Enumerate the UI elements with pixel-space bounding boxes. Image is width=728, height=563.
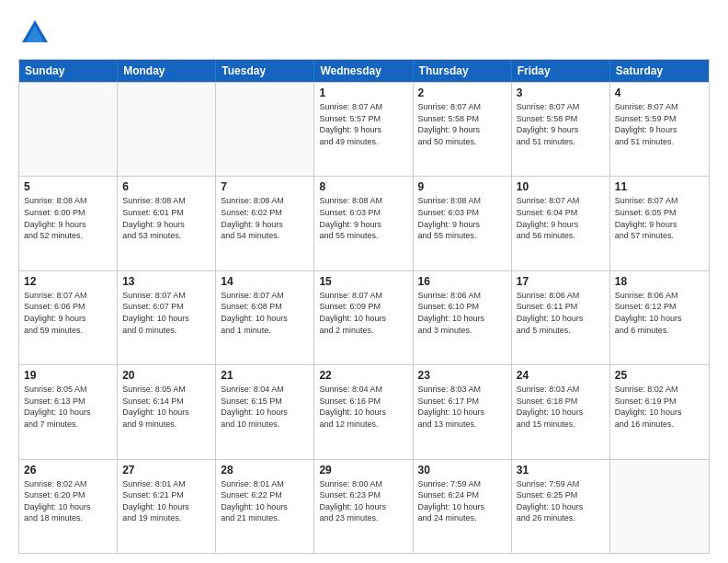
day-number: 15 — [319, 275, 407, 288]
day-info: Sunrise: 8:07 AM Sunset: 6:06 PM Dayligh… — [24, 290, 112, 336]
day-info: Sunrise: 8:03 AM Sunset: 6:18 PM Dayligh… — [517, 384, 605, 430]
day-number: 9 — [418, 180, 506, 193]
day-number: 12 — [24, 275, 112, 288]
cal-cell: 13Sunrise: 8:07 AM Sunset: 6:07 PM Dayli… — [118, 271, 216, 364]
day-number: 4 — [615, 86, 704, 99]
day-info: Sunrise: 8:04 AM Sunset: 6:15 PM Dayligh… — [221, 384, 309, 430]
day-number: 5 — [24, 180, 112, 193]
cal-cell — [216, 83, 314, 176]
day-number: 17 — [517, 275, 605, 288]
header — [18, 17, 710, 50]
day-number: 18 — [615, 275, 704, 288]
day-info: Sunrise: 8:00 AM Sunset: 6:23 PM Dayligh… — [319, 478, 407, 524]
cal-cell: 11Sunrise: 8:07 AM Sunset: 6:05 PM Dayli… — [610, 177, 709, 270]
cal-cell — [118, 83, 216, 176]
day-number: 14 — [221, 275, 309, 288]
cal-cell: 1Sunrise: 8:07 AM Sunset: 5:57 PM Daylig… — [314, 83, 413, 176]
cal-cell: 23Sunrise: 8:03 AM Sunset: 6:17 PM Dayli… — [414, 365, 512, 458]
calendar-header-row: SundayMondayTuesdayWednesdayThursdayFrid… — [19, 60, 709, 82]
day-number: 27 — [122, 464, 210, 477]
day-info: Sunrise: 8:08 AM Sunset: 6:00 PM Dayligh… — [24, 195, 112, 241]
day-info: Sunrise: 8:08 AM Sunset: 6:03 PM Dayligh… — [319, 195, 407, 241]
cal-cell — [610, 460, 709, 553]
day-info: Sunrise: 7:59 AM Sunset: 6:25 PM Dayligh… — [517, 478, 605, 524]
cal-cell: 17Sunrise: 8:06 AM Sunset: 6:11 PM Dayli… — [512, 271, 610, 364]
day-info: Sunrise: 7:59 AM Sunset: 6:24 PM Dayligh… — [418, 478, 506, 524]
cal-cell: 21Sunrise: 8:04 AM Sunset: 6:15 PM Dayli… — [216, 365, 314, 458]
header-day-wednesday: Wednesday — [314, 60, 413, 82]
header-day-sunday: Sunday — [19, 60, 118, 82]
day-number: 25 — [615, 369, 704, 382]
cal-cell: 31Sunrise: 7:59 AM Sunset: 6:25 PM Dayli… — [512, 460, 610, 553]
cal-cell: 18Sunrise: 8:06 AM Sunset: 6:12 PM Dayli… — [610, 271, 709, 364]
day-info: Sunrise: 8:02 AM Sunset: 6:20 PM Dayligh… — [24, 478, 112, 524]
page: SundayMondayTuesdayWednesdayThursdayFrid… — [0, 0, 728, 563]
day-info: Sunrise: 8:01 AM Sunset: 6:21 PM Dayligh… — [122, 478, 210, 524]
header-day-saturday: Saturday — [610, 60, 709, 82]
day-info: Sunrise: 8:03 AM Sunset: 6:17 PM Dayligh… — [418, 384, 506, 430]
week-row-4: 26Sunrise: 8:02 AM Sunset: 6:20 PM Dayli… — [19, 459, 709, 553]
day-number: 8 — [319, 180, 407, 193]
header-day-friday: Friday — [512, 60, 610, 82]
day-number: 3 — [517, 86, 605, 99]
day-info: Sunrise: 8:07 AM Sunset: 6:05 PM Dayligh… — [615, 195, 704, 241]
cal-cell: 20Sunrise: 8:05 AM Sunset: 6:14 PM Dayli… — [118, 365, 216, 458]
day-number: 7 — [221, 180, 309, 193]
day-info: Sunrise: 8:07 AM Sunset: 5:58 PM Dayligh… — [418, 101, 506, 147]
day-number: 24 — [517, 369, 605, 382]
day-number: 19 — [24, 369, 112, 382]
day-info: Sunrise: 8:07 AM Sunset: 6:07 PM Dayligh… — [122, 290, 210, 336]
day-number: 28 — [221, 464, 309, 477]
cal-cell: 28Sunrise: 8:01 AM Sunset: 6:22 PM Dayli… — [216, 460, 314, 553]
cal-cell: 6Sunrise: 8:08 AM Sunset: 6:01 PM Daylig… — [118, 177, 216, 270]
cal-cell: 26Sunrise: 8:02 AM Sunset: 6:20 PM Dayli… — [19, 460, 118, 553]
cal-cell: 19Sunrise: 8:05 AM Sunset: 6:13 PM Dayli… — [19, 365, 118, 458]
cal-cell: 22Sunrise: 8:04 AM Sunset: 6:16 PM Dayli… — [314, 365, 413, 458]
week-row-1: 5Sunrise: 8:08 AM Sunset: 6:00 PM Daylig… — [19, 176, 709, 270]
day-number: 21 — [221, 369, 309, 382]
logo-icon — [18, 17, 51, 50]
cal-cell: 30Sunrise: 7:59 AM Sunset: 6:24 PM Dayli… — [414, 460, 512, 553]
calendar-body: 1Sunrise: 8:07 AM Sunset: 5:57 PM Daylig… — [19, 82, 709, 553]
day-number: 2 — [418, 86, 506, 99]
cal-cell: 29Sunrise: 8:00 AM Sunset: 6:23 PM Dayli… — [314, 460, 413, 553]
day-number: 6 — [122, 180, 210, 193]
cal-cell: 14Sunrise: 8:07 AM Sunset: 6:08 PM Dayli… — [216, 271, 314, 364]
day-info: Sunrise: 8:06 AM Sunset: 6:11 PM Dayligh… — [517, 290, 605, 336]
day-info: Sunrise: 8:05 AM Sunset: 6:14 PM Dayligh… — [122, 384, 210, 430]
calendar: SundayMondayTuesdayWednesdayThursdayFrid… — [18, 59, 710, 554]
day-info: Sunrise: 8:05 AM Sunset: 6:13 PM Dayligh… — [24, 384, 112, 430]
day-info: Sunrise: 8:07 AM Sunset: 5:59 PM Dayligh… — [615, 101, 704, 147]
week-row-3: 19Sunrise: 8:05 AM Sunset: 6:13 PM Dayli… — [19, 364, 709, 458]
day-number: 26 — [24, 464, 112, 477]
cal-cell: 2Sunrise: 8:07 AM Sunset: 5:58 PM Daylig… — [414, 83, 512, 176]
day-number: 31 — [517, 464, 605, 477]
cal-cell: 8Sunrise: 8:08 AM Sunset: 6:03 PM Daylig… — [314, 177, 413, 270]
day-info: Sunrise: 8:02 AM Sunset: 6:19 PM Dayligh… — [615, 384, 704, 430]
day-number: 23 — [418, 369, 506, 382]
cal-cell: 3Sunrise: 8:07 AM Sunset: 5:58 PM Daylig… — [512, 83, 610, 176]
day-number: 10 — [517, 180, 605, 193]
day-info: Sunrise: 8:07 AM Sunset: 6:04 PM Dayligh… — [517, 195, 605, 241]
header-day-monday: Monday — [118, 60, 216, 82]
logo — [18, 17, 57, 50]
week-row-2: 12Sunrise: 8:07 AM Sunset: 6:06 PM Dayli… — [19, 270, 709, 364]
cal-cell — [19, 83, 118, 176]
cal-cell: 25Sunrise: 8:02 AM Sunset: 6:19 PM Dayli… — [610, 365, 709, 458]
cal-cell: 4Sunrise: 8:07 AM Sunset: 5:59 PM Daylig… — [610, 83, 709, 176]
week-row-0: 1Sunrise: 8:07 AM Sunset: 5:57 PM Daylig… — [19, 82, 709, 176]
cal-cell: 10Sunrise: 8:07 AM Sunset: 6:04 PM Dayli… — [512, 177, 610, 270]
day-number: 29 — [319, 464, 407, 477]
day-info: Sunrise: 8:06 AM Sunset: 6:10 PM Dayligh… — [418, 290, 506, 336]
day-number: 20 — [122, 369, 210, 382]
day-info: Sunrise: 8:07 AM Sunset: 6:09 PM Dayligh… — [319, 290, 407, 336]
header-day-tuesday: Tuesday — [216, 60, 314, 82]
cal-cell: 16Sunrise: 8:06 AM Sunset: 6:10 PM Dayli… — [414, 271, 512, 364]
day-info: Sunrise: 8:06 AM Sunset: 6:12 PM Dayligh… — [615, 290, 704, 336]
day-info: Sunrise: 8:08 AM Sunset: 6:02 PM Dayligh… — [221, 195, 309, 241]
cal-cell: 9Sunrise: 8:08 AM Sunset: 6:03 PM Daylig… — [414, 177, 512, 270]
day-number: 16 — [418, 275, 506, 288]
day-info: Sunrise: 8:07 AM Sunset: 5:57 PM Dayligh… — [319, 101, 407, 147]
day-info: Sunrise: 8:08 AM Sunset: 6:01 PM Dayligh… — [122, 195, 210, 241]
cal-cell: 7Sunrise: 8:08 AM Sunset: 6:02 PM Daylig… — [216, 177, 314, 270]
